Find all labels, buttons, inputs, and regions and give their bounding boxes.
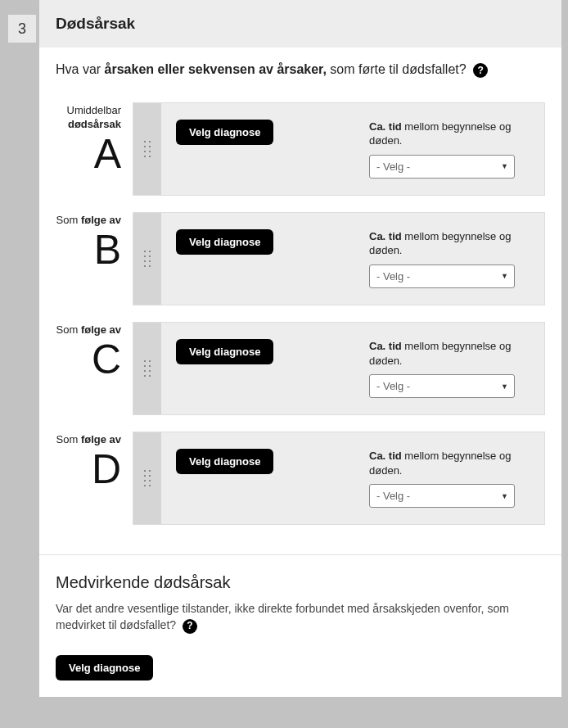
help-icon[interactable]: ?: [473, 63, 488, 78]
cause-rows-container: Umiddelbar dødsårsak A Velg diagnose: [39, 86, 561, 549]
row-label-bold: dødsårsak: [68, 118, 121, 130]
section-panel: Dødsårsak Hva var årsaken eller sekvense…: [39, 0, 561, 697]
cause-row: Som følge av C Velg diagnose Ca: [44, 322, 545, 415]
section-title: Dødsårsak: [39, 0, 561, 47]
row-label-bold: følge av: [81, 323, 121, 336]
help-icon[interactable]: ?: [183, 619, 197, 634]
time-label-bold: Ca. tid: [369, 120, 402, 133]
step-number-badge: 3: [8, 15, 36, 43]
drag-handle[interactable]: [133, 432, 161, 524]
time-label-bold: Ca. tid: [369, 450, 402, 462]
question-prefix: Hva var: [56, 62, 105, 76]
contributing-section: Medvirkende dødsårsak Var det andre vese…: [39, 554, 561, 697]
drag-handle[interactable]: [133, 323, 161, 414]
drag-handle[interactable]: [133, 103, 161, 195]
row-label-bold: følge av: [81, 214, 121, 226]
row-label: Som følge av: [44, 214, 121, 228]
choose-diagnosis-button[interactable]: Velg diagnose: [176, 120, 273, 145]
contributing-title: Medvirkende dødsårsak: [56, 573, 545, 592]
choose-diagnosis-button[interactable]: Velg diagnose: [176, 339, 273, 364]
cause-row: Som følge av D Velg diagnose Ca: [44, 432, 545, 525]
time-label-bold: Ca. tid: [369, 340, 402, 352]
row-label-prefix: Som: [56, 214, 81, 226]
question-bold: årsaken eller sekvensen av årsaker,: [105, 62, 327, 76]
cause-row: Umiddelbar dødsårsak A Velg diagnose: [44, 102, 545, 196]
row-label: Som følge av: [44, 433, 121, 447]
cause-row: Som følge av B Velg diagnose Ca: [44, 212, 545, 305]
choose-diagnosis-button[interactable]: Velg diagnose: [176, 229, 273, 255]
time-select[interactable]: - Velg -: [369, 484, 515, 508]
time-select[interactable]: - Velg -: [369, 155, 515, 179]
time-select[interactable]: - Velg -: [369, 374, 515, 398]
row-letter: C: [44, 339, 121, 380]
choose-diagnosis-button[interactable]: Velg diagnose: [176, 449, 273, 474]
row-label-prefix: Umiddelbar: [67, 104, 121, 116]
row-letter: B: [44, 229, 121, 270]
drag-handle[interactable]: [133, 213, 161, 305]
contributing-desc: Var det andre vesentlige tilstander, ikk…: [56, 600, 545, 634]
row-label-prefix: Som: [56, 433, 81, 445]
time-label: Ca. tid mellom begynnelse og døden.: [369, 449, 530, 477]
time-label: Ca. tid mellom begynnelse og døden.: [369, 229, 530, 258]
contributing-desc-text: Var det andre vesentlige tilstander, ikk…: [56, 602, 509, 631]
time-label: Ca. tid mellom begynnelse og døden.: [369, 339, 530, 368]
row-label: Som følge av: [44, 323, 121, 337]
row-label: Umiddelbar dødsårsak: [44, 104, 121, 132]
row-letter: A: [44, 133, 121, 174]
choose-diagnosis-button[interactable]: Velg diagnose: [56, 655, 153, 681]
row-label-bold: følge av: [81, 433, 121, 445]
question-suffix: som førte til dødsfallet?: [327, 62, 467, 76]
row-label-prefix: Som: [56, 323, 81, 336]
time-select[interactable]: - Velg -: [369, 265, 515, 288]
time-label-bold: Ca. tid: [369, 230, 402, 242]
row-letter: D: [44, 449, 121, 490]
time-label: Ca. tid mellom begynnelse og døden.: [369, 120, 530, 148]
main-question: Hva var årsaken eller sekvensen av årsak…: [39, 47, 561, 86]
